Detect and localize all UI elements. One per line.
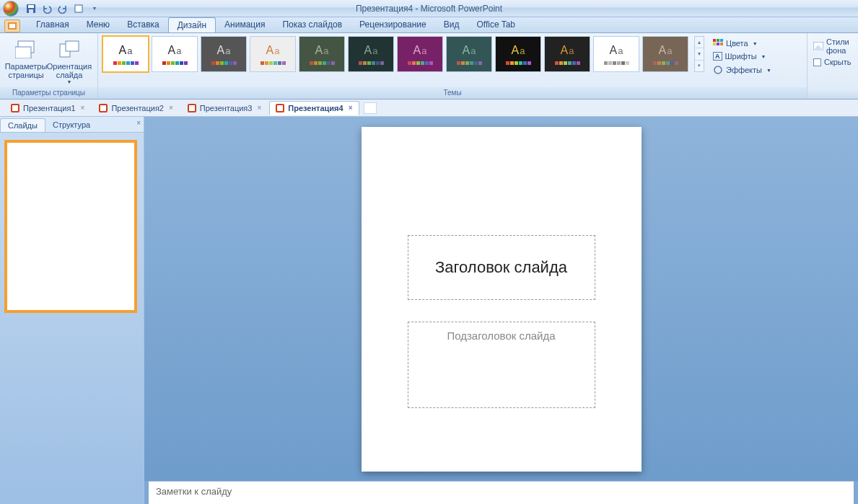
theme-thumbnail[interactable]: Aa bbox=[201, 36, 247, 72]
svg-point-16 bbox=[714, 66, 722, 74]
ribbon-group-page-setup: Параметры страницы Ориентация слайда ▼ П… bbox=[0, 33, 98, 99]
hide-background-checkbox[interactable]: Скрыть bbox=[813, 58, 854, 66]
theme-thumbnail[interactable]: Aa bbox=[397, 36, 443, 72]
window-title: Презентация4 - Microsoft PowerPoint bbox=[356, 4, 502, 14]
background-styles-label: Стили фона bbox=[826, 37, 854, 55]
slide-orientation-button[interactable]: Ориентация слайда ▼ bbox=[48, 36, 91, 84]
svg-rect-7 bbox=[15, 47, 31, 58]
app-menu-icon[interactable] bbox=[4, 19, 20, 32]
print-preview-icon[interactable] bbox=[72, 2, 85, 15]
document-tab[interactable]: Презентация4× bbox=[269, 101, 359, 115]
svg-rect-3 bbox=[75, 5, 82, 12]
subtitle-placeholder-text: Подзаголовок слайда bbox=[447, 330, 555, 342]
panel-tab-slides[interactable]: Слайды bbox=[0, 118, 45, 132]
theme-thumbnail[interactable]: Aa bbox=[495, 36, 541, 72]
effects-icon bbox=[713, 65, 723, 75]
document-tab-label: Презентация1 bbox=[23, 104, 76, 112]
ribbon-group-themes: AaAaAaAaAaAaAaAaAaAaAaAa ▲ ▼ ▾ Цвета▼ A … bbox=[98, 33, 807, 99]
themes-side-controls: Цвета▼ A Шрифты▼ Эффекты▼ bbox=[710, 36, 774, 76]
themes-gallery: AaAaAaAaAaAaAaAaAaAaAaAa bbox=[102, 36, 688, 76]
themes-more-button[interactable]: ▾ bbox=[695, 61, 704, 71]
redo-icon[interactable] bbox=[56, 2, 69, 15]
themes-scroll: ▲ ▼ ▾ bbox=[694, 36, 704, 72]
svg-rect-10 bbox=[713, 39, 716, 42]
close-tab-button[interactable]: × bbox=[169, 104, 173, 112]
document-tab[interactable]: Презентация2× bbox=[92, 101, 179, 115]
svg-rect-9 bbox=[66, 41, 79, 51]
page-setup-icon bbox=[14, 37, 38, 61]
styles-icon bbox=[813, 42, 823, 50]
svg-rect-15 bbox=[720, 43, 723, 45]
notes-placeholder-text: Заметки к слайду bbox=[156, 486, 232, 497]
hide-background-label: Скрыть bbox=[824, 58, 852, 66]
ribbon-tab-главная[interactable]: Главная bbox=[27, 17, 78, 32]
document-tab[interactable]: Презентация1× bbox=[4, 101, 91, 115]
document-tab[interactable]: Презентация3× bbox=[181, 101, 268, 115]
page-setup-label: Параметры страницы bbox=[5, 62, 48, 79]
ribbon-tab-анимация[interactable]: Анимация bbox=[216, 17, 273, 32]
ribbon-tab-меню[interactable]: Меню bbox=[78, 17, 118, 32]
title-placeholder[interactable]: Заголовок слайда bbox=[408, 235, 595, 300]
ribbon-tab-вставка[interactable]: Вставка bbox=[118, 17, 168, 32]
svg-rect-1 bbox=[28, 5, 34, 8]
ribbon-tab-дизайн[interactable]: Дизайн bbox=[168, 17, 216, 32]
notes-pane[interactable]: Заметки к слайду bbox=[149, 481, 854, 504]
chevron-down-icon: ▼ bbox=[67, 79, 72, 84]
page-setup-button[interactable]: Параметры страницы bbox=[4, 36, 48, 84]
qat-dropdown-icon[interactable]: ▼ bbox=[88, 2, 101, 15]
orientation-label: Ориентация слайда bbox=[47, 62, 92, 79]
theme-thumbnail[interactable]: Aa bbox=[544, 36, 590, 72]
themes-scroll-down[interactable]: ▼ bbox=[695, 48, 704, 60]
background-styles-button[interactable]: Стили фона bbox=[813, 37, 854, 55]
checkbox-icon bbox=[813, 58, 821, 66]
ribbon-group-label: Параметры страницы bbox=[0, 87, 97, 98]
editor-area: Заголовок слайда Подзаголовок слайда Зам… bbox=[144, 117, 858, 504]
presentation-icon bbox=[188, 104, 196, 112]
ribbon-tab-рецензирование[interactable]: Рецензирование bbox=[351, 17, 435, 32]
new-document-button[interactable] bbox=[364, 102, 377, 114]
close-tab-button[interactable]: × bbox=[257, 104, 261, 112]
colors-icon bbox=[713, 39, 723, 48]
svg-rect-13 bbox=[713, 43, 716, 45]
theme-thumbnail[interactable]: Aa bbox=[642, 36, 688, 72]
colors-button[interactable]: Цвета▼ bbox=[710, 37, 774, 49]
theme-thumbnail[interactable]: Aa bbox=[593, 36, 639, 72]
fonts-button[interactable]: A Шрифты▼ bbox=[710, 50, 774, 62]
workspace: СлайдыСтруктура × Заголовок слайда Подза… bbox=[0, 117, 858, 504]
themes-scroll-up[interactable]: ▲ bbox=[695, 37, 704, 48]
ribbon-tab-вид[interactable]: Вид bbox=[435, 17, 468, 32]
theme-thumbnail[interactable]: Aa bbox=[102, 36, 149, 72]
ribbon-group-background: Стили фона Скрыть bbox=[807, 33, 858, 99]
effects-label: Эффекты bbox=[726, 66, 762, 74]
presentation-icon bbox=[99, 104, 108, 112]
ribbon-tab-показ слайдов[interactable]: Показ слайдов bbox=[273, 17, 351, 32]
effects-button[interactable]: Эффекты▼ bbox=[710, 63, 774, 76]
ribbon-tab-office tab[interactable]: Office Tab bbox=[468, 17, 524, 32]
theme-thumbnail[interactable]: Aa bbox=[299, 36, 345, 72]
svg-rect-2 bbox=[29, 9, 33, 13]
fonts-label: Шрифты bbox=[725, 52, 757, 61]
subtitle-placeholder[interactable]: Подзаголовок слайда bbox=[408, 322, 595, 408]
slide-canvas-area[interactable]: Заголовок слайда Подзаголовок слайда bbox=[144, 117, 858, 481]
undo-icon[interactable] bbox=[40, 2, 53, 15]
ribbon: Параметры страницы Ориентация слайда ▼ П… bbox=[0, 33, 858, 100]
ribbon-group-label: Темы bbox=[98, 87, 807, 98]
save-icon[interactable] bbox=[25, 2, 38, 15]
close-tab-button[interactable]: × bbox=[349, 104, 353, 112]
theme-thumbnail[interactable]: Aa bbox=[152, 36, 198, 72]
slide-thumbnail-1[interactable] bbox=[4, 140, 137, 313]
close-tab-button[interactable]: × bbox=[81, 104, 85, 112]
theme-thumbnail[interactable]: Aa bbox=[348, 36, 394, 72]
presentation-icon bbox=[276, 104, 284, 112]
document-tabs: Презентация1×Презентация2×Презентация3×П… bbox=[0, 100, 858, 117]
svg-rect-11 bbox=[717, 39, 719, 42]
office-button[interactable] bbox=[3, 1, 19, 17]
theme-thumbnail[interactable]: Aa bbox=[250, 36, 296, 72]
title-bar: ▼ Презентация4 - Microsoft PowerPoint bbox=[0, 0, 858, 17]
panel-close-button[interactable]: × bbox=[136, 119, 141, 127]
slides-thumbnails bbox=[0, 133, 144, 504]
slide: Заголовок слайда Подзаголовок слайда bbox=[362, 127, 642, 472]
theme-thumbnail[interactable]: Aa bbox=[446, 36, 492, 72]
panel-tab-outline[interactable]: Структура bbox=[45, 118, 97, 132]
svg-rect-12 bbox=[720, 39, 723, 42]
